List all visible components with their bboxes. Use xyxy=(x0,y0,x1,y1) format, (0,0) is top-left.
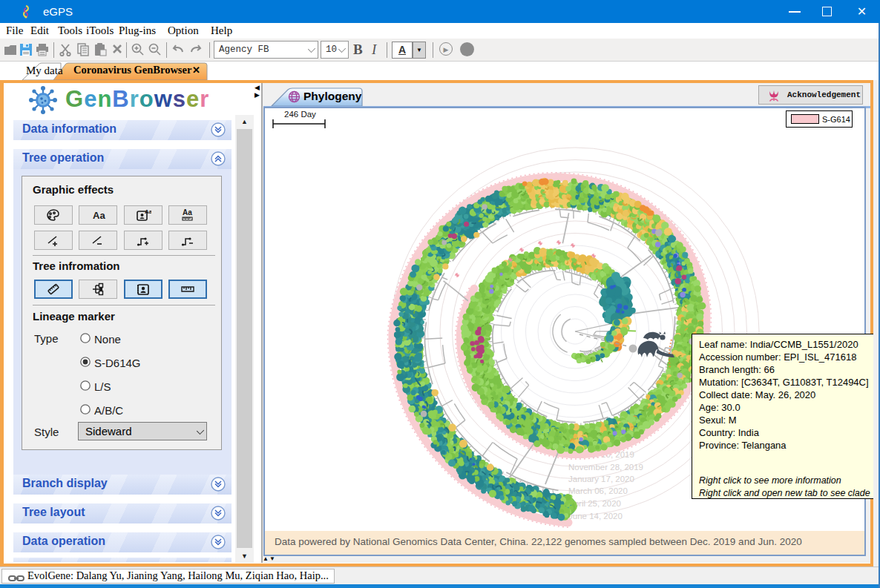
svg-text:January 17, 2020: January 17, 2020 xyxy=(568,475,634,483)
svg-text:Aa: Aa xyxy=(93,210,105,221)
svg-text:November 28, 2019: November 28, 2019 xyxy=(568,463,643,472)
svg-text:Aa: Aa xyxy=(183,208,192,217)
svg-text:March 06, 2020: March 06, 2020 xyxy=(568,486,628,495)
svg-text:Aa: Aa xyxy=(145,208,151,215)
svg-text:June 14, 2020: June 14, 2020 xyxy=(568,512,623,521)
